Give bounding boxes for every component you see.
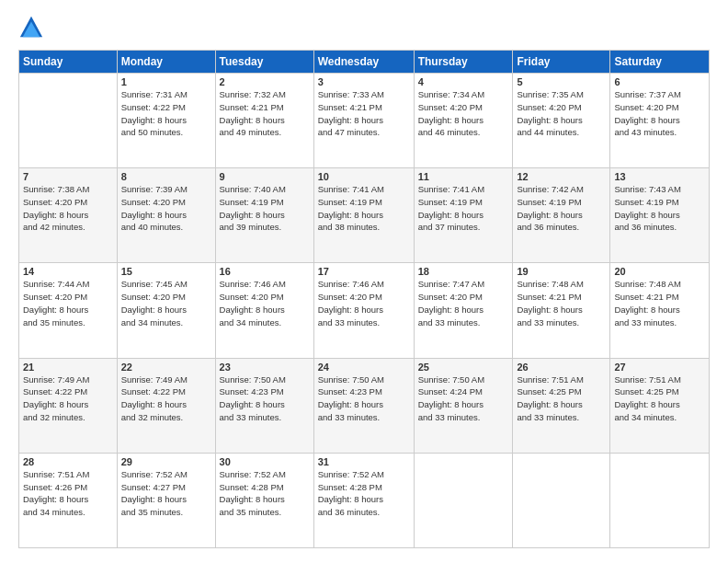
calendar: SundayMondayTuesdayWednesdayThursdayFrid… — [18, 50, 710, 548]
day-info: Sunrise: 7:48 AM Sunset: 4:21 PM Dayligh… — [517, 278, 606, 328]
day-info: Sunrise: 7:38 AM Sunset: 4:20 PM Dayligh… — [23, 183, 113, 234]
calendar-body: 1Sunrise: 7:31 AM Sunset: 4:22 PM Daylig… — [19, 74, 710, 548]
day-cell: 28Sunrise: 7:51 AM Sunset: 4:26 PM Dayli… — [19, 453, 118, 547]
day-number: 23 — [220, 362, 310, 373]
week-row-3: 14Sunrise: 7:44 AM Sunset: 4:20 PM Dayli… — [19, 263, 710, 358]
day-number: 4 — [418, 76, 509, 87]
day-info: Sunrise: 7:41 AM Sunset: 4:19 PM Dayligh… — [418, 183, 509, 234]
logo — [18, 15, 48, 40]
day-info: Sunrise: 7:50 AM Sunset: 4:24 PM Dayligh… — [418, 373, 509, 424]
week-row-1: 1Sunrise: 7:31 AM Sunset: 4:22 PM Daylig… — [19, 74, 710, 168]
day-info: Sunrise: 7:33 AM Sunset: 4:21 PM Dayligh… — [318, 88, 410, 139]
day-info: Sunrise: 7:50 AM Sunset: 4:23 PM Dayligh… — [318, 373, 410, 424]
day-number: 16 — [220, 266, 310, 277]
day-cell: 23Sunrise: 7:50 AM Sunset: 4:23 PM Dayli… — [215, 358, 313, 453]
day-number: 13 — [614, 171, 705, 182]
day-number: 2 — [220, 76, 310, 87]
logo-icon — [18, 15, 44, 40]
header-cell-monday: Monday — [117, 51, 215, 74]
header-cell-friday: Friday — [513, 51, 610, 74]
day-info: Sunrise: 7:47 AM Sunset: 4:20 PM Dayligh… — [418, 278, 509, 328]
day-number: 3 — [318, 76, 410, 87]
day-info: Sunrise: 7:52 AM Sunset: 4:28 PM Dayligh… — [220, 468, 310, 519]
day-number: 25 — [418, 362, 509, 373]
header-cell-saturday: Saturday — [610, 51, 710, 74]
day-number: 9 — [220, 171, 310, 182]
day-number: 8 — [121, 171, 211, 182]
day-cell: 9Sunrise: 7:40 AM Sunset: 4:19 PM Daylig… — [215, 168, 313, 263]
day-number: 7 — [23, 171, 113, 182]
calendar-header: SundayMondayTuesdayWednesdayThursdayFrid… — [19, 51, 710, 74]
day-cell: 20Sunrise: 7:48 AM Sunset: 4:21 PM Dayli… — [610, 263, 710, 358]
day-info: Sunrise: 7:49 AM Sunset: 4:22 PM Dayligh… — [121, 373, 211, 424]
day-number: 21 — [23, 362, 113, 373]
day-cell: 16Sunrise: 7:46 AM Sunset: 4:20 PM Dayli… — [215, 263, 313, 358]
day-cell: 8Sunrise: 7:39 AM Sunset: 4:20 PM Daylig… — [117, 168, 215, 263]
day-cell: 5Sunrise: 7:35 AM Sunset: 4:20 PM Daylig… — [513, 74, 610, 168]
week-row-2: 7Sunrise: 7:38 AM Sunset: 4:20 PM Daylig… — [19, 168, 710, 263]
day-cell: 25Sunrise: 7:50 AM Sunset: 4:24 PM Dayli… — [414, 358, 513, 453]
day-info: Sunrise: 7:46 AM Sunset: 4:20 PM Dayligh… — [318, 278, 410, 328]
day-number: 10 — [318, 171, 410, 182]
week-row-4: 21Sunrise: 7:49 AM Sunset: 4:22 PM Dayli… — [19, 358, 710, 453]
day-cell: 17Sunrise: 7:46 AM Sunset: 4:20 PM Dayli… — [313, 263, 414, 358]
day-number: 20 — [614, 266, 705, 277]
day-cell: 30Sunrise: 7:52 AM Sunset: 4:28 PM Dayli… — [215, 453, 313, 547]
day-cell: 14Sunrise: 7:44 AM Sunset: 4:20 PM Dayli… — [19, 263, 118, 358]
day-cell: 11Sunrise: 7:41 AM Sunset: 4:19 PM Dayli… — [414, 168, 513, 263]
week-row-5: 28Sunrise: 7:51 AM Sunset: 4:26 PM Dayli… — [19, 453, 710, 547]
day-cell: 3Sunrise: 7:33 AM Sunset: 4:21 PM Daylig… — [313, 74, 414, 168]
day-number: 31 — [318, 456, 410, 467]
day-info: Sunrise: 7:31 AM Sunset: 4:22 PM Dayligh… — [121, 88, 211, 139]
day-number: 6 — [614, 76, 705, 87]
day-cell: 27Sunrise: 7:51 AM Sunset: 4:25 PM Dayli… — [610, 358, 710, 453]
day-number: 26 — [517, 362, 606, 373]
day-cell: 6Sunrise: 7:37 AM Sunset: 4:20 PM Daylig… — [610, 74, 710, 168]
day-cell: 1Sunrise: 7:31 AM Sunset: 4:22 PM Daylig… — [117, 74, 215, 168]
day-info: Sunrise: 7:48 AM Sunset: 4:21 PM Dayligh… — [614, 278, 705, 328]
day-cell — [19, 74, 118, 168]
day-number: 1 — [121, 76, 211, 87]
day-info: Sunrise: 7:32 AM Sunset: 4:21 PM Dayligh… — [220, 88, 310, 139]
day-cell: 22Sunrise: 7:49 AM Sunset: 4:22 PM Dayli… — [117, 358, 215, 453]
day-number: 5 — [517, 76, 606, 87]
day-info: Sunrise: 7:51 AM Sunset: 4:26 PM Dayligh… — [23, 468, 113, 519]
day-info: Sunrise: 7:51 AM Sunset: 4:25 PM Dayligh… — [614, 373, 705, 424]
day-cell: 24Sunrise: 7:50 AM Sunset: 4:23 PM Dayli… — [313, 358, 414, 453]
day-cell — [610, 453, 710, 547]
day-cell: 10Sunrise: 7:41 AM Sunset: 4:19 PM Dayli… — [313, 168, 414, 263]
day-cell: 31Sunrise: 7:52 AM Sunset: 4:28 PM Dayli… — [313, 453, 414, 547]
day-cell: 2Sunrise: 7:32 AM Sunset: 4:21 PM Daylig… — [215, 74, 313, 168]
day-cell: 12Sunrise: 7:42 AM Sunset: 4:19 PM Dayli… — [513, 168, 610, 263]
header-cell-wednesday: Wednesday — [313, 51, 414, 74]
day-number: 17 — [318, 266, 410, 277]
day-cell: 29Sunrise: 7:52 AM Sunset: 4:27 PM Dayli… — [117, 453, 215, 547]
day-number: 19 — [517, 266, 606, 277]
day-info: Sunrise: 7:40 AM Sunset: 4:19 PM Dayligh… — [220, 183, 310, 234]
day-cell: 18Sunrise: 7:47 AM Sunset: 4:20 PM Dayli… — [414, 263, 513, 358]
header-cell-sunday: Sunday — [19, 51, 118, 74]
day-info: Sunrise: 7:52 AM Sunset: 4:28 PM Dayligh… — [318, 468, 410, 519]
day-cell: 7Sunrise: 7:38 AM Sunset: 4:20 PM Daylig… — [19, 168, 118, 263]
day-info: Sunrise: 7:44 AM Sunset: 4:20 PM Dayligh… — [23, 278, 113, 328]
day-info: Sunrise: 7:51 AM Sunset: 4:25 PM Dayligh… — [517, 373, 606, 424]
day-number: 18 — [418, 266, 509, 277]
day-info: Sunrise: 7:39 AM Sunset: 4:20 PM Dayligh… — [121, 183, 211, 234]
day-cell: 26Sunrise: 7:51 AM Sunset: 4:25 PM Dayli… — [513, 358, 610, 453]
day-number: 14 — [23, 266, 113, 277]
header-row: SundayMondayTuesdayWednesdayThursdayFrid… — [19, 51, 710, 74]
header — [18, 15, 710, 40]
day-info: Sunrise: 7:43 AM Sunset: 4:19 PM Dayligh… — [614, 183, 705, 234]
day-number: 12 — [517, 171, 606, 182]
day-info: Sunrise: 7:37 AM Sunset: 4:20 PM Dayligh… — [614, 88, 705, 139]
day-info: Sunrise: 7:50 AM Sunset: 4:23 PM Dayligh… — [220, 373, 310, 424]
day-info: Sunrise: 7:35 AM Sunset: 4:20 PM Dayligh… — [517, 88, 606, 139]
day-info: Sunrise: 7:52 AM Sunset: 4:27 PM Dayligh… — [121, 468, 211, 519]
header-cell-tuesday: Tuesday — [215, 51, 313, 74]
header-cell-thursday: Thursday — [414, 51, 513, 74]
day-info: Sunrise: 7:42 AM Sunset: 4:19 PM Dayligh… — [517, 183, 606, 234]
day-number: 15 — [121, 266, 211, 277]
day-info: Sunrise: 7:41 AM Sunset: 4:19 PM Dayligh… — [318, 183, 410, 234]
day-info: Sunrise: 7:34 AM Sunset: 4:20 PM Dayligh… — [418, 88, 509, 139]
day-cell: 15Sunrise: 7:45 AM Sunset: 4:20 PM Dayli… — [117, 263, 215, 358]
